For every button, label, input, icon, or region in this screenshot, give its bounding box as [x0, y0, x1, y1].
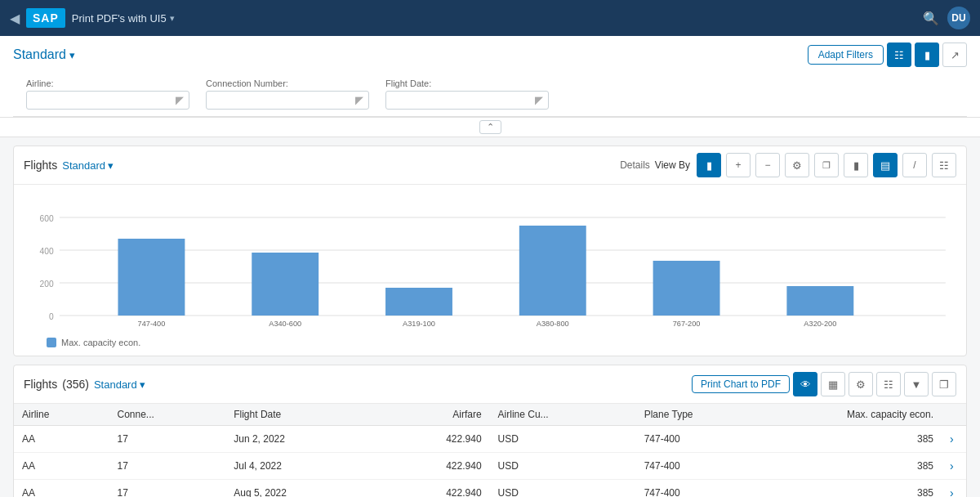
table-dropdown-icon[interactable]: ▼	[904, 372, 929, 396]
avatar[interactable]: DU	[947, 7, 970, 29]
app-title-area: Print PDF's with UI5 ▾	[72, 12, 175, 25]
svg-text:A340-600: A340-600	[269, 320, 301, 328]
flight-date-label: Flight Date:	[385, 78, 549, 88]
connection-number-input[interactable]	[212, 94, 352, 106]
svg-text:A320-200: A320-200	[804, 320, 836, 328]
chart-line-icon[interactable]: /	[902, 153, 927, 177]
table-tools: Print Chart to PDF 👁 ▦ ⚙ ☷ ▼ ❐	[692, 372, 956, 396]
airline-input[interactable]	[32, 94, 172, 106]
col-conn: Conne...	[109, 404, 225, 426]
svg-text:200: 200	[40, 280, 54, 289]
col-flight-date: Flight Date	[225, 404, 376, 426]
cell-airline: AA	[14, 480, 109, 498]
airline-value-help-icon[interactable]: ◤	[176, 94, 184, 106]
flight-date-input[interactable]	[391, 94, 532, 106]
chart-legend: Max. capacity econ.	[30, 334, 950, 347]
cell-plane-type: 747-400	[636, 426, 778, 453]
connection-value-help-icon[interactable]: ◤	[355, 94, 363, 106]
back-button[interactable]: ◀	[10, 11, 20, 26]
connection-number-filter: Connection Number: ◤	[206, 78, 369, 110]
col-plane-type: Plane Type	[636, 404, 778, 426]
svg-text:0: 0	[49, 312, 54, 321]
legend-color-dot	[47, 338, 56, 347]
chart-zoom-in-icon[interactable]: +	[726, 153, 751, 177]
cell-row-arrow[interactable]: ›	[942, 426, 966, 453]
chart-table-icon[interactable]: ☷	[932, 153, 956, 177]
table-view-badge[interactable]: Standard ▾	[94, 378, 145, 391]
table-settings-icon[interactable]: ⚙	[849, 372, 873, 396]
table-fullscreen-icon[interactable]: ❐	[932, 372, 956, 396]
svg-text:400: 400	[40, 247, 54, 256]
cell-row-arrow[interactable]: ›	[942, 480, 966, 498]
table-section-title: Flights	[24, 378, 57, 391]
cell-currency: USD	[490, 480, 636, 498]
chart-view-badge[interactable]: Standard ▾	[62, 159, 114, 172]
bar-a319-100[interactable]	[385, 288, 452, 316]
cell-date: Jul 4, 2022	[225, 453, 376, 480]
cell-airfare: 422.940	[376, 480, 489, 498]
svg-text:A380-800: A380-800	[537, 320, 569, 328]
col-airfare: Airfare	[376, 404, 489, 426]
cell-airline: AA	[14, 453, 109, 480]
table-title-area: Flights (356) Standard ▾	[24, 378, 145, 391]
col-currency: Airline Cu...	[490, 404, 636, 426]
cell-conn: 17	[109, 480, 225, 498]
legend-label: Max. capacity econ.	[61, 338, 140, 347]
table-visibility-icon[interactable]: 👁	[793, 372, 817, 396]
table-count: (356)	[62, 378, 89, 391]
table-view-chevron-icon: ▾	[140, 378, 145, 391]
flight-date-calendar-icon[interactable]: ◤	[535, 94, 543, 106]
cell-max-cap: 385	[778, 426, 942, 453]
top-navigation: ◀ SAP Print PDF's with UI5 ▾ 🔍 DU	[0, 0, 980, 36]
table-header-row: Airline Conne... Flight Date Airfare Air…	[14, 404, 966, 426]
svg-text:767-200: 767-200	[673, 320, 701, 328]
export-button[interactable]: ↗	[942, 43, 967, 67]
bar-767-200[interactable]	[653, 261, 720, 316]
chart-zoom-out-icon[interactable]: −	[755, 153, 780, 177]
chart-bar-column-icon[interactable]: ▤	[873, 153, 898, 177]
cell-airline: AA	[14, 426, 109, 453]
col-airline: Airline	[14, 404, 109, 426]
collapse-button[interactable]: ⌃	[479, 120, 501, 134]
svg-text:600: 600	[40, 214, 54, 223]
table-row: AA 17 Jun 2, 2022 422.940 USD 747-400 38…	[14, 426, 966, 453]
bar-747-400[interactable]	[118, 239, 185, 316]
cell-row-arrow[interactable]: ›	[942, 453, 966, 480]
page-header-top: Standard ▾ Adapt Filters ☷ ▮ ↗	[13, 43, 967, 72]
flight-date-filter: Flight Date: ◤	[385, 78, 549, 110]
chart-title-area: Flights Standard ▾	[24, 159, 114, 172]
app-title-chevron-icon[interactable]: ▾	[170, 13, 175, 24]
search-icon[interactable]: 🔍	[923, 11, 939, 26]
cell-currency: USD	[490, 453, 636, 480]
view-by-label: View By	[655, 159, 690, 171]
chart-expand-icon[interactable]: ❐	[814, 153, 839, 177]
svg-text:A319-100: A319-100	[403, 320, 435, 328]
airline-input-wrap: ◤	[26, 91, 189, 110]
flight-date-input-wrap: ◤	[385, 91, 549, 110]
table-view-badge-label: Standard	[94, 378, 137, 391]
page-title-area: Standard ▾	[13, 47, 75, 62]
header-icons: Adapt Filters ☷ ▮ ↗	[808, 43, 967, 67]
chart-section: Flights Standard ▾ Details View By ▮ + −…	[13, 146, 967, 356]
flights-table: Airline Conne... Flight Date Airfare Air…	[14, 404, 966, 497]
cell-max-cap: 385	[778, 453, 942, 480]
chart-settings-icon[interactable]: ⚙	[785, 153, 809, 177]
table-variant-icon[interactable]: ▦	[821, 372, 845, 396]
main-content: Flights Standard ▾ Details View By ▮ + −…	[0, 146, 980, 497]
table-group-icon[interactable]: ☷	[876, 372, 901, 396]
cell-airfare: 422.940	[376, 453, 489, 480]
bar-a340-600[interactable]	[252, 253, 318, 316]
bar-a320-200[interactable]	[786, 286, 853, 316]
page-title-dropdown[interactable]: ▾	[69, 49, 75, 61]
airline-label: Airline:	[26, 78, 189, 88]
table-row: AA 17 Jul 4, 2022 422.940 USD 747-400 38…	[14, 453, 966, 480]
print-chart-button[interactable]: Print Chart to PDF	[692, 375, 790, 393]
chart-view-button[interactable]: ▮	[915, 43, 939, 67]
adapt-filters-button[interactable]: Adapt Filters	[808, 45, 884, 65]
svg-text:Plane Type: Plane Type	[486, 331, 528, 332]
table-view-button[interactable]: ☷	[887, 43, 911, 67]
chart-bar-icon[interactable]: ▮	[844, 153, 868, 177]
chart-grouped-icon[interactable]: ▮	[697, 153, 721, 177]
cell-plane-type: 747-400	[636, 480, 778, 498]
bar-a380-800[interactable]	[519, 226, 586, 316]
